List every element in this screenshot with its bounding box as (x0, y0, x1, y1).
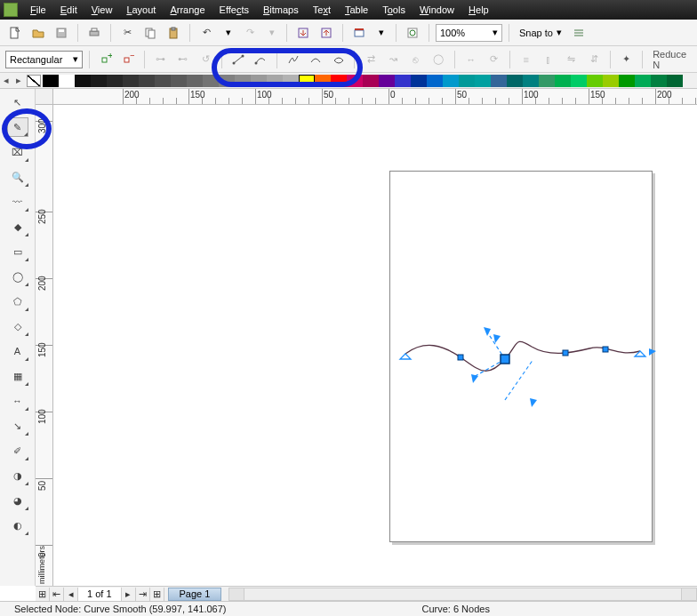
color-swatch[interactable] (363, 75, 379, 87)
pick-tool-icon[interactable]: ↖ (7, 92, 28, 112)
last-page-icon[interactable]: ⇥ (136, 588, 150, 601)
color-swatch[interactable] (107, 75, 123, 87)
canvas[interactable] (53, 105, 697, 586)
color-swatch[interactable] (139, 75, 155, 87)
color-swatch[interactable] (651, 75, 667, 87)
add-node-icon[interactable]: + (96, 50, 115, 69)
menu-table[interactable]: Table (338, 3, 375, 17)
color-swatch[interactable] (171, 75, 187, 87)
color-swatch[interactable] (635, 75, 651, 87)
color-swatch[interactable] (203, 75, 219, 87)
ellipse-tool-icon[interactable]: ◯ (7, 267, 28, 286)
horizontal-scrollbar[interactable] (228, 588, 697, 601)
open-icon[interactable] (28, 23, 48, 43)
smart-fill-tool-icon[interactable]: ◆ (7, 217, 28, 236)
color-swatch[interactable] (459, 75, 475, 87)
freehand-tool-icon[interactable]: 〰 (7, 192, 28, 212)
menu-arrange[interactable]: Arrange (163, 3, 212, 17)
color-swatch[interactable] (667, 75, 683, 87)
color-swatch[interactable] (331, 75, 347, 87)
color-swatch[interactable] (555, 75, 571, 87)
to-line-icon[interactable] (228, 50, 247, 69)
menu-file[interactable]: File (23, 3, 53, 17)
cut-icon[interactable]: ✂ (117, 23, 137, 43)
color-swatch[interactable] (347, 75, 363, 87)
crop-tool-icon[interactable]: ⌧ (7, 142, 28, 162)
first-page-icon[interactable]: ⇤ (50, 588, 64, 601)
color-swatch[interactable] (75, 75, 91, 87)
selection-mode-dropdown[interactable]: Rectangular ▾ (5, 51, 83, 68)
add-page-icon[interactable]: ⊞ (36, 588, 50, 601)
color-swatch[interactable] (283, 75, 299, 87)
menu-tools[interactable]: Tools (375, 3, 413, 17)
copy-icon[interactable] (140, 23, 160, 43)
auto-close-icon[interactable]: ↺ (196, 50, 215, 69)
no-fill-swatch[interactable] (27, 75, 41, 87)
extract-subpath-icon[interactable]: ⎋ (406, 50, 425, 69)
page-tab-1[interactable]: Page 1 (168, 588, 222, 601)
color-swatch[interactable] (507, 75, 523, 87)
eyedropper-tool-icon[interactable]: ✐ (7, 441, 28, 460)
undo-icon[interactable]: ↶ (196, 23, 216, 43)
snap-dropdown-icon[interactable]: ▾ (557, 27, 562, 38)
next-page-icon[interactable]: ▸ (122, 588, 136, 601)
menu-help[interactable]: Help (461, 3, 496, 17)
prev-page-icon[interactable]: ◂ (64, 588, 78, 601)
welcome-icon[interactable] (403, 23, 422, 43)
save-icon[interactable] (52, 23, 71, 43)
cusp-node-icon[interactable] (284, 50, 302, 69)
close-curve-icon[interactable]: ◯ (429, 50, 448, 69)
zoom-tool-icon[interactable]: 🔍 (7, 167, 28, 187)
color-swatch[interactable] (427, 75, 443, 87)
color-swatch[interactable] (59, 75, 75, 87)
new-icon[interactable] (5, 23, 25, 43)
extend-curve-icon[interactable]: ↝ (384, 50, 403, 69)
redo-icon[interactable]: ↷ (240, 23, 260, 43)
menu-text[interactable]: Text (306, 3, 338, 17)
color-swatch[interactable] (91, 75, 107, 87)
ruler-vertical[interactable]: millimeters 300250200150100500 (36, 105, 53, 586)
undo-dropdown-icon[interactable]: ▾ (220, 27, 236, 38)
color-swatch[interactable] (587, 75, 603, 87)
redo-dropdown-icon[interactable]: ▾ (263, 27, 280, 38)
align-nodes-h-icon[interactable]: ≡ (517, 50, 535, 69)
snap-to-button[interactable]: Snap to ▾ (516, 27, 565, 38)
color-swatch[interactable] (411, 75, 427, 87)
ruler-horizontal[interactable]: 20015010050050100150200 (53, 89, 697, 105)
delete-node-icon[interactable]: − (118, 50, 137, 69)
reverse-direction-icon[interactable]: ⇄ (361, 50, 380, 69)
smooth-node-icon[interactable] (306, 50, 324, 69)
rectangle-tool-icon[interactable]: ▭ (7, 242, 28, 261)
color-swatch[interactable] (123, 75, 139, 87)
table-tool-icon[interactable]: ▦ (7, 366, 28, 386)
color-swatch[interactable] (571, 75, 587, 87)
color-swatch[interactable] (443, 75, 459, 87)
symmetric-node-icon[interactable] (329, 50, 348, 69)
color-swatch[interactable] (523, 75, 539, 87)
export-icon[interactable] (316, 23, 336, 43)
palette-flyout-icon[interactable]: ▸ (12, 75, 25, 87)
outline-tool-icon[interactable]: ◑ (7, 466, 28, 485)
join-nodes-icon[interactable]: ⊶ (151, 50, 170, 69)
menu-window[interactable]: Window (413, 3, 461, 17)
connector-tool-icon[interactable]: ↘ (7, 416, 28, 436)
reflect-v-icon[interactable]: ⇵ (584, 50, 603, 69)
color-swatch[interactable] (619, 75, 635, 87)
zoom-level-field[interactable]: 100% ▾ (436, 24, 502, 42)
color-swatch[interactable] (475, 75, 491, 87)
text-tool-icon[interactable]: A (7, 341, 28, 361)
zoom-dropdown-icon[interactable]: ▾ (493, 27, 498, 38)
options-icon[interactable] (569, 23, 589, 43)
elastic-mode-icon[interactable]: ✦ (617, 50, 636, 69)
rotate-nodes-icon[interactable]: ⟳ (485, 50, 503, 69)
color-swatch[interactable] (187, 75, 203, 87)
paste-icon[interactable] (164, 23, 183, 43)
color-swatch[interactable] (491, 75, 507, 87)
bezier-curve-object[interactable] (389, 171, 656, 544)
color-swatch[interactable] (155, 75, 171, 87)
dimension-tool-icon[interactable]: ↔ (7, 391, 28, 411)
color-swatch[interactable] (235, 75, 251, 87)
fill-tool-icon[interactable]: ◕ (7, 491, 28, 510)
color-swatch[interactable] (539, 75, 555, 87)
interactive-fill-tool-icon[interactable]: ◐ (7, 516, 28, 535)
